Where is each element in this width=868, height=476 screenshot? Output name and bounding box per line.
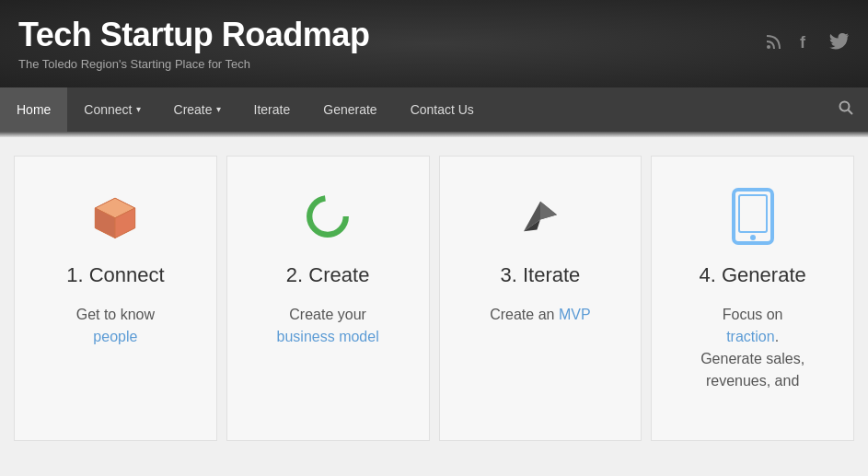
card-iterate-icon [508, 184, 573, 249]
card-create-title: 2. Create [286, 263, 370, 287]
create-arrow: ▾ [216, 104, 221, 114]
card-iterate-title: 3. Iterate [500, 263, 580, 287]
site-header: Tech Startup Roadmap The Toledo Region's… [0, 0, 868, 87]
nav-item-home[interactable]: Home [0, 87, 67, 132]
card-connect: 1. Connect Get to know people [14, 156, 217, 441]
card-iterate: 3. Iterate Create an MVP [439, 156, 642, 441]
card-generate: 4. Generate Focus on traction. Generate … [651, 156, 854, 441]
rss-icon[interactable] [765, 32, 783, 55]
svg-rect-13 [739, 195, 767, 232]
svg-point-0 [767, 45, 770, 49]
card-connect-link[interactable]: people [93, 329, 137, 344]
svg-point-14 [750, 235, 756, 240]
card-connect-desc: Get to know people [76, 304, 155, 348]
header-social-icons: f [765, 32, 850, 55]
nav-item-create[interactable]: Create ▾ [157, 87, 237, 132]
card-create-link[interactable]: business model [277, 329, 379, 344]
svg-point-2 [840, 101, 850, 110]
card-generate-link[interactable]: traction [726, 329, 774, 344]
svg-point-8 [309, 198, 346, 235]
nav-items: Home Connect ▾ Create ▾ Iterate Generate… [0, 87, 491, 132]
nav-item-generate[interactable]: Generate [307, 87, 393, 132]
site-title: Tech Startup Roadmap [18, 17, 369, 53]
nav-item-connect[interactable]: Connect ▾ [67, 87, 156, 132]
site-nav: Home Connect ▾ Create ▾ Iterate Generate… [0, 87, 868, 132]
svg-text:f: f [800, 33, 806, 51]
card-create: 2. Create Create your business model [226, 156, 430, 441]
card-generate-title: 4. Generate [700, 263, 806, 287]
facebook-icon[interactable]: f [798, 32, 815, 55]
card-create-desc: Create your business model [277, 304, 379, 348]
card-create-icon [295, 184, 360, 249]
svg-marker-11 [540, 201, 557, 219]
search-button[interactable] [824, 100, 868, 119]
card-generate-icon [721, 184, 785, 249]
site-subtitle: The Toledo Region's Starting Place for T… [18, 57, 369, 71]
content-area: 1. Connect Get to know people 2. Create … [0, 137, 868, 459]
svg-line-3 [849, 110, 853, 114]
card-iterate-link[interactable]: MVP [559, 307, 591, 322]
card-generate-desc: Focus on traction. Generate sales, reven… [700, 304, 804, 392]
twitter-icon[interactable] [829, 32, 850, 55]
connect-arrow: ▾ [136, 104, 141, 114]
card-connect-title: 1. Connect [66, 263, 164, 287]
nav-item-iterate[interactable]: Iterate [237, 87, 307, 132]
card-iterate-desc: Create an MVP [490, 304, 590, 326]
nav-item-contact[interactable]: Contact Us [394, 87, 491, 132]
site-title-area: Tech Startup Roadmap The Toledo Region's… [18, 17, 369, 71]
card-connect-icon [83, 184, 147, 249]
